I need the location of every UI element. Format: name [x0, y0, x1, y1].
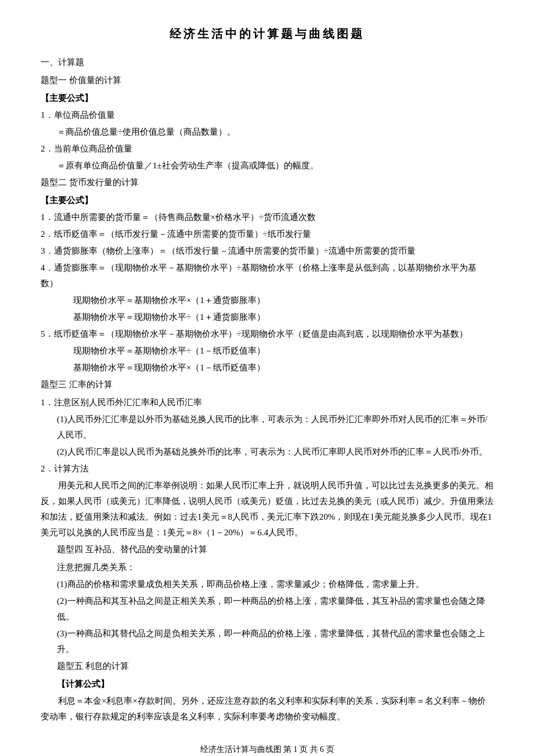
- type-two-item-5-block: 5．纸币贬值率＝（现期物价水平－基期物价水平）÷现期物价水平（贬值是由高到底，以…: [41, 326, 493, 376]
- type-one-title: 题型一 价值量的计算: [41, 73, 493, 88]
- type-two-item-4-block: 4．通货膨胀率＝（现期物价水平－基期物价水平）÷基期物价水平（价格上涨率是从低到…: [41, 260, 493, 325]
- type-two-item-4-sub2: 基期物价水平＝现期物价水平÷（1＋通货膨胀率）: [73, 309, 493, 325]
- type-three-item-2-label: 2．计算方法: [41, 461, 493, 477]
- type-two-item-4-sub1: 现期物价水平＝基期物价水平×（1＋通货膨胀率）: [73, 293, 493, 308]
- type-two-title: 题型二 货币发行量的计算: [41, 175, 493, 190]
- type-four-item-1: (1)商品的价格和需求量成负相关关系，即商品价格上涨，需求量减少；价格降低，需求…: [57, 577, 493, 592]
- type-one-formula-title: 【主要公式】: [41, 91, 493, 106]
- type-one-items: 1．单位商品价值量 ＝商品价值总量÷使用价值总量（商品数量）。 2．当前单位商品…: [41, 107, 493, 174]
- type-two-item-4-text: 4．通货膨胀率＝（现期物价水平－基期物价水平）÷基期物价水平（价格上涨率是从低到…: [41, 260, 493, 291]
- type-three-item-1-label: 1．注意区别人民币外汇汇率和人民币汇率: [41, 395, 493, 411]
- type-two-item-1: 1．流通中所需要的货币量＝（待售商品数量×价格水平）÷货币流通次数: [41, 210, 493, 225]
- page-title: 经济生活中的计算题与曲线图题: [41, 23, 493, 44]
- type-five-text: 利息＝本金×利息率×存款时间。另外，还应注意存款的名义利率和实际利率的关系，实际…: [41, 693, 493, 725]
- page-footer: 经济生活计算与曲线图 第 1 页 共 6 页: [41, 742, 493, 756]
- type-two-item-5-text: 5．纸币贬值率＝（现期物价水平－基期物价水平）÷现期物价水平（贬值是由高到底，以…: [41, 326, 493, 342]
- type-four-item-3: (3)一种商品和其替代品之间是负相关关系，即一种商品的价格上涨，需求量降低，其替…: [57, 626, 493, 657]
- type-three-sub-2: (2)人民币汇率是以人民币为基础兑换外币的比率，可表示为：人民币汇率即人民币对外…: [57, 444, 493, 460]
- type-three-items: 1．注意区别人民币外汇汇率和人民币汇率 (1)人民币外汇汇率是以外币为基础兑换人…: [41, 395, 493, 541]
- type-two-item-3: 3．通货膨胀率（物价上涨率）＝（纸币发行量－流通中所需要的货币量）÷流通中所需要…: [41, 243, 493, 259]
- type-two-item-2: 2．纸币贬值率＝（纸币发行量－流通中所需要的货币量）÷纸币发行量: [41, 226, 493, 242]
- section-one-label: 一、计算题: [41, 55, 493, 70]
- type-three-title: 题型三 汇率的计算: [41, 377, 493, 393]
- type-one-item-2-num: 2．当前单位商品价值量: [41, 141, 493, 157]
- type-three-item-2-para: 用美元和人民币之间的汇率举例说明：如果人民币汇率上升，就说明人民币升值，可以比过…: [41, 478, 493, 541]
- type-two-item-5-sub2: 基期物价水平＝现期物价水平×（1－纸币贬值率）: [73, 360, 493, 376]
- type-three-item-1-subs: (1)人民币外汇汇率是以外币为基础兑换人民币的比率，可表示为：人民币外汇汇率即外…: [57, 412, 493, 460]
- type-four-note: 注意把握几类关系：: [57, 560, 493, 575]
- type-two-formula-title: 【主要公式】: [41, 193, 493, 208]
- type-two-items: 1．流通中所需要的货币量＝（待售商品数量×价格水平）÷货币流通次数 2．纸币贬值…: [41, 210, 493, 376]
- type-four-items: (1)商品的价格和需求量成负相关关系，即商品价格上涨，需求量减少；价格降低，需求…: [41, 577, 493, 657]
- type-one-item-1-num: 1．单位商品价值量: [41, 107, 493, 123]
- page-container: 经济生活中的计算题与曲线图题 一、计算题 题型一 价值量的计算 【主要公式】 1…: [41, 23, 493, 756]
- type-one-item-1-sub: ＝商品价值总量÷使用价值总量（商品数量）。: [57, 124, 493, 140]
- type-five-title: 题型五 利息的计算: [57, 658, 493, 674]
- type-three-sub-1: (1)人民币外汇汇率是以外币为基础兑换人民币的比率，可表示为：人民币外汇汇率即外…: [57, 412, 493, 443]
- type-one-item-2-sub: ＝原有单位商品价值量／1±社会劳动生产率（提高或降低）的幅度。: [57, 158, 493, 174]
- type-five-formula-title: 【计算公式】: [57, 676, 493, 692]
- type-four-title: 题型四 互补品、替代品的变动量的计算: [57, 542, 493, 557]
- type-four-item-2: (2)一种商品和其互补品之间是正相关关系，即一种商品的价格上涨，需求量降低，其互…: [57, 593, 493, 625]
- type-two-item-5-sub1: 现期物价水平＝基期物价水平÷（1－纸币贬值率）: [73, 343, 493, 359]
